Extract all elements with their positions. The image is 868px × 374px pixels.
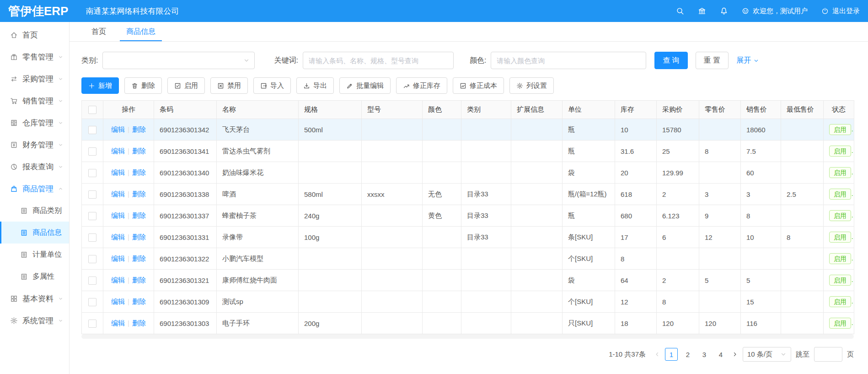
- sidebar-item-finance[interactable]: 财务管理: [0, 134, 69, 156]
- sidebar-item-sales[interactable]: 销售管理: [0, 90, 69, 112]
- add-button[interactable]: 新增: [81, 77, 119, 94]
- status-badge: 启用: [829, 296, 851, 307]
- tab-goods-info[interactable]: 商品信息: [116, 22, 166, 41]
- page-size-select[interactable]: 10 条/页: [743, 347, 791, 362]
- delete-link[interactable]: 删除: [132, 190, 146, 198]
- cell-model: [362, 205, 423, 227]
- button-label: 批量编辑: [356, 81, 384, 90]
- logout-button[interactable]: 退出登录: [821, 7, 860, 16]
- cell-status: 启用: [824, 119, 854, 141]
- link-separator: |: [128, 276, 129, 284]
- enable-button[interactable]: 启用: [167, 77, 205, 94]
- user-menu[interactable]: 欢迎您，测试用户: [742, 7, 808, 16]
- sidebar-item-goods[interactable]: 商品管理: [0, 178, 69, 200]
- search-button[interactable]: 查 询: [654, 52, 687, 69]
- sidebar-item-reports[interactable]: 报表查询: [0, 156, 69, 178]
- row-checkbox[interactable]: [88, 190, 96, 199]
- sidebar-item-multi-attribute[interactable]: 多属性: [0, 266, 69, 287]
- row-checkbox[interactable]: [88, 169, 96, 177]
- delete-link[interactable]: 删除: [132, 168, 146, 176]
- edit-link[interactable]: 编辑: [111, 211, 125, 219]
- edit-link[interactable]: 编辑: [111, 298, 125, 305]
- sidebar-item-label: 财务管理: [22, 140, 54, 150]
- next-page-icon[interactable]: [732, 351, 738, 358]
- sidebar-item-system[interactable]: 系统管理: [0, 309, 69, 331]
- delete-button[interactable]: 删除: [124, 77, 162, 94]
- fix-cost-button[interactable]: 修正成本: [453, 77, 504, 94]
- platform-icon[interactable]: [698, 7, 706, 15]
- sidebar-item-warehouse[interactable]: 仓库管理: [0, 112, 69, 134]
- row-checkbox[interactable]: [88, 147, 96, 156]
- warehouse-icon: [10, 119, 18, 127]
- page-button-1[interactable]: 1: [665, 348, 678, 361]
- edit-link[interactable]: 编辑: [111, 233, 125, 241]
- delete-link[interactable]: 删除: [132, 211, 146, 219]
- edit-link[interactable]: 编辑: [111, 125, 125, 133]
- row-checkbox[interactable]: [88, 276, 96, 285]
- sidebar-item-purchase[interactable]: 采购管理: [0, 68, 69, 90]
- delete-link[interactable]: 删除: [132, 147, 146, 155]
- row-checkbox[interactable]: [88, 233, 96, 242]
- cell-ext: [511, 162, 563, 184]
- cell-retail: 8: [699, 141, 741, 162]
- batch-edit-button[interactable]: 批量编辑: [339, 77, 391, 94]
- color-input[interactable]: [491, 52, 646, 69]
- app-root: 管伊佳ERP 南通某某网络科技有限公司 欢迎您，测试用户 退出登录 首页零售管理…: [0, 0, 868, 374]
- delete-link[interactable]: 删除: [132, 255, 146, 262]
- sidebar-item-goods-info[interactable]: 商品信息: [0, 222, 69, 244]
- sidebar-item-measure-unit[interactable]: 计量单位: [0, 244, 69, 266]
- cell-spec: [299, 291, 362, 313]
- link-separator: |: [128, 298, 129, 305]
- import-button[interactable]: 导入: [253, 77, 291, 94]
- export-button[interactable]: 导出: [296, 77, 334, 94]
- sidebar-item-basic-data[interactable]: 基本资料: [0, 287, 69, 309]
- row-checkbox[interactable]: [88, 320, 96, 328]
- disable-button[interactable]: 禁用: [210, 77, 248, 94]
- notification-bell-icon[interactable]: [720, 7, 728, 15]
- column-settings-button[interactable]: 列设置: [509, 77, 554, 94]
- cell-actions: 编辑|删除: [103, 119, 154, 141]
- edit-link[interactable]: 编辑: [111, 168, 125, 176]
- column-header: 采购价: [657, 101, 699, 119]
- sidebar-item-goods-category[interactable]: 商品类别: [0, 200, 69, 222]
- cell-ext: [511, 270, 563, 291]
- delete-link[interactable]: 删除: [132, 276, 146, 284]
- expand-link[interactable]: 展开: [736, 56, 759, 65]
- cell-ext: [511, 141, 563, 162]
- reset-button[interactable]: 重 置: [696, 52, 729, 69]
- row-checkbox[interactable]: [88, 212, 96, 220]
- edit-link[interactable]: 编辑: [111, 276, 125, 284]
- page-button-2[interactable]: 2: [681, 348, 694, 361]
- chevron-down-icon: [58, 76, 63, 81]
- fix-stock-button[interactable]: 修正库存: [396, 77, 447, 94]
- delete-link[interactable]: 删除: [132, 298, 146, 305]
- tab-home[interactable]: 首页: [81, 22, 116, 41]
- edit-link[interactable]: 编辑: [111, 147, 125, 155]
- edit-link[interactable]: 编辑: [111, 319, 125, 327]
- edit-link[interactable]: 编辑: [111, 190, 125, 198]
- horizontal-scrollbar[interactable]: [81, 334, 854, 339]
- main-layout: 首页零售管理采购管理销售管理仓库管理财务管理报表查询商品管理商品类别商品信息计量…: [0, 22, 868, 374]
- cell-color: [423, 270, 461, 291]
- row-checkbox[interactable]: [88, 298, 96, 306]
- delete-link[interactable]: 删除: [132, 233, 146, 241]
- row-checkbox[interactable]: [88, 126, 96, 134]
- cell-unit: 条[SKU]: [563, 227, 615, 248]
- page-button-4[interactable]: 4: [714, 348, 727, 361]
- cell-category: [461, 141, 511, 162]
- delete-link[interactable]: 删除: [132, 319, 146, 327]
- search-icon[interactable]: [676, 7, 684, 15]
- prev-page-icon[interactable]: [654, 351, 660, 358]
- delete-link[interactable]: 删除: [132, 125, 146, 133]
- cell-checkbox: [82, 248, 103, 270]
- edit-link[interactable]: 编辑: [111, 255, 125, 262]
- row-checkbox[interactable]: [88, 255, 96, 263]
- sidebar-item-home[interactable]: 首页: [0, 24, 69, 46]
- select-all-checkbox[interactable]: [88, 106, 96, 114]
- category-select[interactable]: [102, 52, 255, 69]
- sidebar-item-label: 系统管理: [22, 315, 54, 326]
- jump-page-input[interactable]: [814, 347, 842, 362]
- sidebar-item-retail[interactable]: 零售管理: [0, 46, 69, 68]
- keyword-input[interactable]: [303, 52, 454, 69]
- page-button-3[interactable]: 3: [698, 348, 711, 361]
